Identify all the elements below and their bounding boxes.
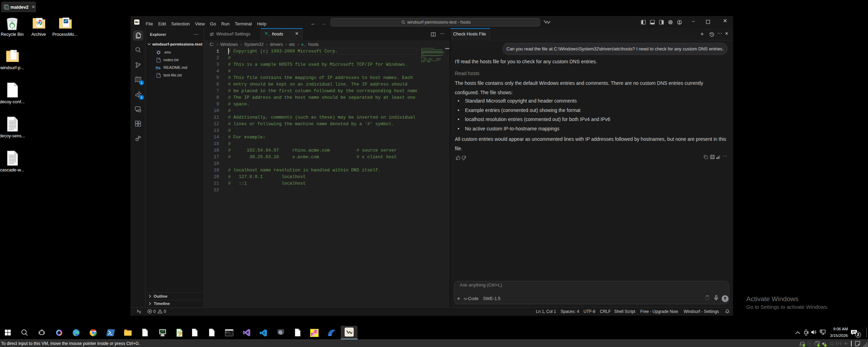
svg-text:C:\_: C:\_ (226, 331, 231, 334)
